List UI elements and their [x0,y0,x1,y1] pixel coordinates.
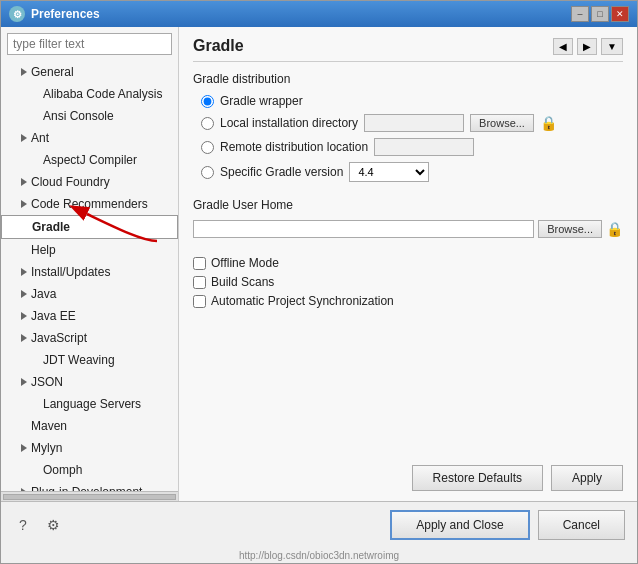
lock-icon: 🔒 [540,115,557,131]
offline-checkbox[interactable] [193,257,206,270]
panel-title: Gradle ◀ ▶ ▼ [193,37,623,62]
autosync-row: Automatic Project Synchronization [193,294,623,308]
home-section: Gradle User Home Browse... 🔒 [193,198,623,238]
section-title: Gradle [193,37,244,55]
tree-item-aspectj[interactable]: AspectJ Compiler [1,149,178,171]
tree-item-alibaba[interactable]: Alibaba Code Analysis [1,83,178,105]
remote-url-input[interactable] [374,138,474,156]
tree-item-label: JSON [31,373,63,391]
app-icon: ⚙ [9,6,25,22]
home-dir-input[interactable] [193,220,534,238]
tree-item-label: Mylyn [31,439,62,457]
tree-item-maven[interactable]: Maven [1,415,178,437]
menu-button[interactable]: ▼ [601,38,623,55]
distribution-label: Gradle distribution [193,72,623,86]
footer-right: Apply and Close Cancel [390,510,625,540]
tree-item-javaee[interactable]: Java EE [1,305,178,327]
offline-row: Offline Mode [193,256,623,270]
maximize-button[interactable]: □ [591,6,609,22]
radio-local[interactable] [201,117,214,130]
help-icon-button[interactable]: ? [13,514,33,536]
distribution-options: Gradle wrapper Local installation direct… [201,94,623,182]
tree-item-coderecommenders[interactable]: Code Recommenders [1,193,178,215]
forward-button[interactable]: ▶ [577,38,597,55]
buildscans-row: Build Scans [193,275,623,289]
tree-item-label: Ansi Console [43,107,114,125]
content-area: General Alibaba Code Analysis Ansi Conso… [1,27,637,501]
radio-local-row: Local installation directory Browse... 🔒 [201,114,623,132]
tree-item-label: AspectJ Compiler [43,151,137,169]
settings-icon-button[interactable]: ⚙ [41,514,66,536]
tree-item-label: General [31,63,74,81]
tree-item-gradle[interactable]: Gradle [1,215,178,239]
tree-item-plugindevelopment[interactable]: Plug-in Development [1,481,178,491]
browse-home-button[interactable]: Browse... [538,220,602,238]
apply-button[interactable]: Apply [551,465,623,491]
right-panel: Gradle ◀ ▶ ▼ Gradle distribution Gradle … [179,27,637,501]
restore-defaults-button[interactable]: Restore Defaults [412,465,543,491]
apply-close-button[interactable]: Apply and Close [390,510,529,540]
panel-buttons: Restore Defaults Apply [193,455,623,491]
triangle-icon [21,488,27,491]
tree-item-java[interactable]: Java [1,283,178,305]
tree-item-cloudfoundry[interactable]: Cloud Foundry [1,171,178,193]
home-lock-icon: 🔒 [606,221,623,237]
tree-item-languageservers[interactable]: Language Servers [1,393,178,415]
radio-remote-label[interactable]: Remote distribution location [220,140,368,154]
tree-item-jdtweaving[interactable]: JDT Weaving [1,349,178,371]
preferences-dialog: ⚙ Preferences – □ ✕ General Alibaba Cod [0,0,638,564]
version-select[interactable]: 4.4 [349,162,429,182]
minimize-button[interactable]: – [571,6,589,22]
triangle-icon [21,334,27,342]
browse-local-button[interactable]: Browse... [470,114,534,132]
tree-area: General Alibaba Code Analysis Ansi Conso… [1,61,178,491]
tree-item-general[interactable]: General [1,61,178,83]
back-button[interactable]: ◀ [553,38,573,55]
tree-item-json[interactable]: JSON [1,371,178,393]
home-row: Browse... 🔒 [193,220,623,238]
cancel-button[interactable]: Cancel [538,510,625,540]
tree-item-javascript[interactable]: JavaScript [1,327,178,349]
radio-wrapper-row: Gradle wrapper [201,94,623,108]
tree-item-ansi[interactable]: Ansi Console [1,105,178,127]
checkbox-group: Offline Mode Build Scans Automatic Proje… [193,256,623,308]
buildscans-label[interactable]: Build Scans [211,275,274,289]
tree-item-ant[interactable]: Ant [1,127,178,149]
tree-item-installupdates[interactable]: Install/Updates [1,261,178,283]
autosync-label[interactable]: Automatic Project Synchronization [211,294,394,308]
tree-item-label: Help [31,241,56,259]
filter-input[interactable] [7,33,172,55]
tree-item-oomph[interactable]: Oomph [1,459,178,481]
tree-item-label: Ant [31,129,49,147]
triangle-icon [21,268,27,276]
footer: ? ⚙ Apply and Close Cancel [1,501,637,548]
radio-wrapper-label[interactable]: Gradle wrapper [220,94,303,108]
buildscans-checkbox[interactable] [193,276,206,289]
watermark: http://blog.csdn/obioc3dn.netwroimg [1,548,637,563]
tree-item-label: Gradle [32,218,70,236]
horizontal-scrollbar[interactable] [1,491,178,501]
local-dir-input[interactable] [364,114,464,132]
radio-specific-label[interactable]: Specific Gradle version [220,165,343,179]
tree-item-mylyn[interactable]: Mylyn [1,437,178,459]
radio-remote-row: Remote distribution location [201,138,623,156]
radio-local-label[interactable]: Local installation directory [220,116,358,130]
left-panel: General Alibaba Code Analysis Ansi Conso… [1,27,179,501]
tree-item-label: Java [31,285,56,303]
radio-specific-row: Specific Gradle version 4.4 [201,162,623,182]
close-button[interactable]: ✕ [611,6,629,22]
radio-remote[interactable] [201,141,214,154]
tree-item-help[interactable]: Help [1,239,178,261]
tree-item-label: Maven [31,417,67,435]
triangle-icon [21,378,27,386]
tree-item-label: Alibaba Code Analysis [43,85,162,103]
radio-specific[interactable] [201,166,214,179]
tree-item-label: Plug-in Development [31,483,142,491]
tree-item-label: Install/Updates [31,263,110,281]
footer-left: ? ⚙ [13,514,66,536]
title-bar: ⚙ Preferences – □ ✕ [1,1,637,27]
autosync-checkbox[interactable] [193,295,206,308]
radio-wrapper[interactable] [201,95,214,108]
offline-label[interactable]: Offline Mode [211,256,279,270]
tree-item-label: JDT Weaving [43,351,115,369]
